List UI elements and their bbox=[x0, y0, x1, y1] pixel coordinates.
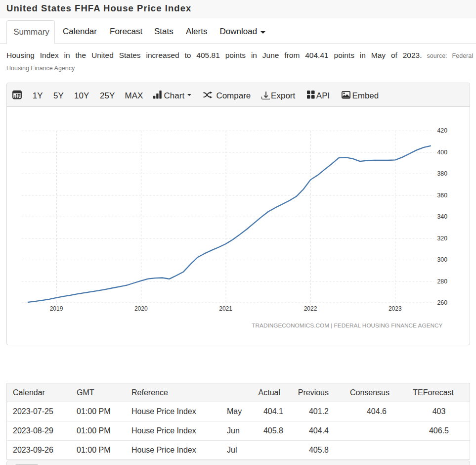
svg-text:280: 280 bbox=[437, 278, 448, 285]
svg-text:400: 400 bbox=[437, 149, 448, 156]
svg-text:320: 320 bbox=[437, 235, 448, 242]
svg-text:2022: 2022 bbox=[304, 305, 317, 312]
svg-text:340: 340 bbox=[437, 213, 448, 220]
svg-text:2023: 2023 bbox=[389, 305, 402, 312]
svg-text:2020: 2020 bbox=[134, 305, 148, 312]
svg-text:420: 420 bbox=[437, 127, 448, 134]
svg-text:TRADINGECONOMICS.COM | FEDERAL: TRADINGECONOMICS.COM | FEDERAL HOUSING F… bbox=[252, 322, 442, 329]
svg-text:2021: 2021 bbox=[219, 305, 232, 312]
svg-text:360: 360 bbox=[437, 192, 448, 199]
svg-text:260: 260 bbox=[437, 299, 448, 306]
svg-text:2019: 2019 bbox=[50, 305, 63, 312]
svg-text:300: 300 bbox=[437, 256, 448, 263]
svg-text:380: 380 bbox=[437, 170, 448, 177]
